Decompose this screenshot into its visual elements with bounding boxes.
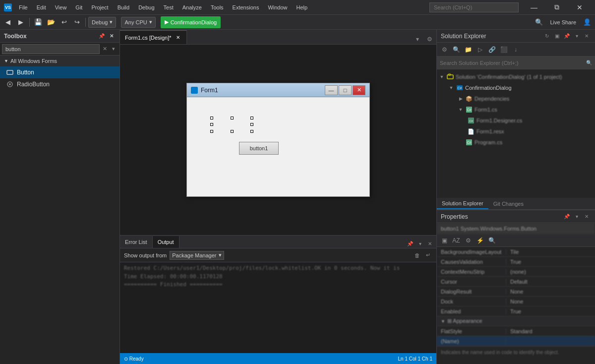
handle-bc[interactable] xyxy=(231,130,234,133)
solution-expand-icon[interactable]: ▼ xyxy=(439,74,445,80)
minimize-button[interactable]: — xyxy=(523,0,545,15)
toolbar-account-icon[interactable]: 👤 xyxy=(581,16,593,28)
form-maximize-btn[interactable]: □ xyxy=(339,85,352,95)
menu-analyze[interactable]: Analyze xyxy=(178,3,206,11)
prop-row-dock[interactable]: Dock None xyxy=(437,297,595,306)
sol-tool-1[interactable]: ⚙ xyxy=(439,44,450,55)
tab-form1-design[interactable]: Form1.cs [Design]* ✕ xyxy=(120,30,187,44)
sol-tab-git[interactable]: Git Changes xyxy=(488,198,529,209)
output-wrap-icon[interactable]: ↵ xyxy=(423,251,432,260)
tree-item-form1-resx[interactable]: 📄 Form1.resx xyxy=(437,126,595,137)
title-search-input[interactable] xyxy=(429,2,519,12)
form-close-btn[interactable]: ✕ xyxy=(353,85,365,95)
prop-pin-icon[interactable]: 📌 xyxy=(562,212,571,221)
button1-control[interactable]: button1 xyxy=(239,142,279,155)
sol-pin-icon[interactable]: 📌 xyxy=(562,32,571,41)
menu-project[interactable]: Project xyxy=(87,3,112,11)
handle-ml[interactable] xyxy=(210,123,213,126)
output-close-icon[interactable]: ✕ xyxy=(425,239,434,248)
tree-item-form1[interactable]: ▼ C# Form1.cs xyxy=(437,104,595,115)
sol-tool-3[interactable]: 📁 xyxy=(463,44,474,55)
toolbox-item-button[interactable]: Button xyxy=(0,66,119,78)
prop-row-dialogresult[interactable]: DialogResult None xyxy=(437,287,595,297)
output-pin-icon[interactable]: 📌 xyxy=(406,239,415,248)
prop-alpha-btn[interactable]: ΑΖ xyxy=(451,235,462,246)
prop-close-icon[interactable]: ✕ xyxy=(582,212,591,221)
toolbox-search-input[interactable] xyxy=(2,44,100,54)
platform-dropdown[interactable]: Any CPU ▾ xyxy=(121,17,155,28)
toolbox-search-dropdown-icon[interactable]: ▾ xyxy=(110,45,118,53)
prop-row-causesval[interactable]: CausesValidation True xyxy=(437,257,595,267)
prop-row-contextmenu[interactable]: ContextMenuStrip (none) xyxy=(437,267,595,277)
prop-row-name[interactable]: (Name) xyxy=(437,336,595,346)
toolbar-open-btn[interactable]: 📂 xyxy=(45,16,57,28)
menu-test[interactable]: Test xyxy=(160,3,178,11)
tree-item-solution[interactable]: ▼ Solution 'ConfirmationDialog' (1 of 1 … xyxy=(437,71,595,82)
tab-close-icon[interactable]: ✕ xyxy=(175,34,181,41)
tab-dropdown-icon[interactable]: ▾ xyxy=(413,34,422,44)
handle-tr[interactable] xyxy=(250,117,253,120)
sol-tool-4[interactable]: ▷ xyxy=(475,44,485,55)
sol-collapse-icon[interactable]: ▣ xyxy=(552,32,561,41)
prop-category-btn[interactable]: ▣ xyxy=(439,235,450,246)
menu-view[interactable]: View xyxy=(51,3,71,11)
toolbar-redo-btn[interactable]: ↪ xyxy=(71,16,83,28)
sol-tool-6[interactable]: ⬛ xyxy=(498,44,509,55)
menu-file[interactable]: File xyxy=(15,3,32,11)
config-dropdown[interactable]: Debug ▾ xyxy=(88,17,116,28)
handle-mr[interactable] xyxy=(250,123,253,126)
menu-build[interactable]: Build xyxy=(114,3,133,11)
sol-dropdown-icon[interactable]: ▾ xyxy=(572,32,581,41)
sol-tool-2[interactable]: 🔍 xyxy=(451,44,462,55)
form-body[interactable]: button1 xyxy=(187,97,369,196)
output-dropdown-icon[interactable]: ▾ xyxy=(416,239,424,248)
prop-row-flatstyle[interactable]: FlatStyle Standard xyxy=(437,326,595,336)
tab-output[interactable]: Output xyxy=(153,236,179,248)
sol-refresh-icon[interactable]: ↻ xyxy=(542,32,551,41)
prop-row-cursor[interactable]: Cursor Default xyxy=(437,277,595,287)
tree-item-dependencies[interactable]: ▶ 📦 Dependencies xyxy=(437,93,595,104)
project-expand-icon[interactable]: ▼ xyxy=(448,85,454,91)
solution-search-input[interactable] xyxy=(440,60,586,66)
toolbar-back-btn[interactable]: ◀ xyxy=(2,16,14,28)
toolbox-close-icon[interactable]: ✕ xyxy=(108,32,116,40)
form1-expand-icon[interactable]: ▼ xyxy=(458,107,464,113)
tab-error-list[interactable]: Error List xyxy=(120,236,153,248)
toolbar-undo-btn[interactable]: ↩ xyxy=(58,16,70,28)
prop-row-bgimglayout[interactable]: BackgroundImageLayout Tile xyxy=(437,247,595,257)
output-source-dropdown[interactable]: Package Manager ▾ xyxy=(170,251,224,260)
menu-extensions[interactable]: Extensions xyxy=(229,3,263,11)
menu-window[interactable]: Window xyxy=(264,3,291,11)
sol-tool-7[interactable]: ↓ xyxy=(510,44,521,55)
output-clear-icon[interactable]: 🗑 xyxy=(413,251,421,260)
sol-tab-solution[interactable]: Solution Explorer xyxy=(437,198,488,209)
toolbox-section-header[interactable]: ▼ All Windows Forms xyxy=(0,56,119,66)
prop-props-btn[interactable]: ⚙ xyxy=(463,235,474,246)
form-minimize-btn[interactable]: — xyxy=(325,85,338,95)
maximize-button[interactable]: ⧉ xyxy=(545,0,568,15)
handle-tl[interactable] xyxy=(210,117,213,120)
menu-debug[interactable]: Debug xyxy=(134,3,158,11)
menu-git[interactable]: Git xyxy=(71,3,86,11)
handle-tc[interactable] xyxy=(231,117,234,120)
toolbar-search-icon[interactable]: 🔍 xyxy=(533,16,545,28)
prop-events-btn[interactable]: ⚡ xyxy=(475,235,485,246)
dep-expand-icon[interactable]: ▶ xyxy=(458,96,464,102)
toolbox-pin-icon[interactable]: 📌 xyxy=(98,32,106,40)
toolbar-save-btn[interactable]: 💾 xyxy=(32,16,44,28)
handle-br[interactable] xyxy=(250,130,253,133)
design-canvas-area[interactable]: Form1 — □ ✕ xyxy=(120,45,436,235)
prop-row-enabled[interactable]: Enabled True xyxy=(437,306,595,316)
toolbar-forward-btn[interactable]: ▶ xyxy=(15,16,27,28)
run-button[interactable]: ▶ ConfirmationDialog xyxy=(161,16,221,28)
tree-item-program[interactable]: ▶ C# Program.cs xyxy=(437,137,595,148)
menu-help[interactable]: Help xyxy=(293,3,312,11)
menu-edit[interactable]: Edit xyxy=(33,3,50,11)
sol-tool-5[interactable]: 🔗 xyxy=(486,44,497,55)
toolbox-search-clear-icon[interactable]: ✕ xyxy=(101,45,109,53)
tree-item-project[interactable]: ▼ C# ConfirmationDialog xyxy=(437,82,595,93)
sol-close-icon[interactable]: ✕ xyxy=(582,32,591,41)
tree-item-form1-designer[interactable]: C# Form1.Designer.cs xyxy=(437,115,595,126)
toolbox-item-radiobutton[interactable]: RadioButton xyxy=(0,78,119,90)
prop-dropdown-icon[interactable]: ▾ xyxy=(572,212,581,221)
